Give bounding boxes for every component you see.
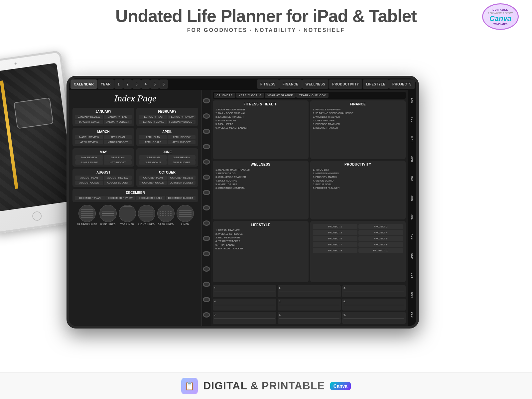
feb-plan[interactable]: FEBRUARY PLAN (139, 115, 167, 119)
proj-1[interactable]: PROJECT 1 (313, 224, 357, 229)
tab-3[interactable]: 3 (132, 79, 141, 89)
dec-goals[interactable]: DECEMBER GOALS (136, 196, 165, 200)
proj-8[interactable]: PROJECT 8 (358, 242, 403, 247)
main-title: Undated Life Planner for iPad & Tablet (0, 6, 532, 26)
sidebar-dec[interactable]: DEC (411, 312, 413, 318)
canva-badge[interactable]: EDITABLE Free Dream Friendly Canva TEMPL… (482, 3, 519, 30)
august-links: AUGUST PLAN AUGUST REVIEW AUGUST GOALS A… (75, 176, 132, 185)
sidebar-jan[interactable]: JAN (411, 98, 413, 103)
sidebar-oct[interactable]: OCT (411, 273, 413, 279)
tab-1[interactable]: 1 (114, 79, 123, 89)
jan-budget[interactable]: JANUARY BUDGET (104, 120, 132, 124)
aug-goals[interactable]: AUGUST GOALS (75, 181, 103, 185)
jun-plan2[interactable]: JUNE PLAN (139, 155, 167, 160)
proj-6[interactable]: PROJECT 6 (358, 236, 403, 241)
proj-10[interactable]: PROJECT 10 (358, 248, 403, 253)
sidebar-sep[interactable]: SEP (411, 253, 413, 259)
aug-review[interactable]: AUGUST REVIEW (104, 176, 132, 180)
light-lines (138, 205, 155, 222)
ll1 (140, 210, 153, 211)
subnav-yearly-goals[interactable]: YEARLY GOALS (236, 93, 264, 98)
apr-goals[interactable]: APRIL GOALS (139, 140, 167, 144)
tab-2[interactable]: 2 (123, 79, 132, 89)
jun-plan[interactable]: JUNE PLAN (104, 155, 132, 160)
mar-review[interactable]: MARCH REVIEW (75, 135, 103, 139)
sidebar-aug[interactable]: AUG (411, 234, 413, 240)
sp3 (203, 129, 210, 134)
tab-fitness[interactable]: FITNESS (257, 79, 279, 89)
proj-2[interactable]: PROJECT 2 (358, 224, 403, 229)
proj-4[interactable]: PROJECT 4 (358, 230, 403, 235)
sp2 (203, 113, 210, 119)
oct-goals[interactable]: OCTOBER GOALS (139, 181, 167, 185)
apr-plan[interactable]: APRIL PLAN (104, 135, 132, 139)
pro-5: 5. FOCUS GOAL (313, 183, 403, 186)
oct-plan[interactable]: OCTOBER PLAN (139, 176, 167, 180)
sp14 (203, 297, 210, 302)
tab-wellness[interactable]: WELLNESS (302, 79, 329, 89)
may-review[interactable]: MAY REVIEW (75, 155, 103, 160)
mar-budget[interactable]: MARCH BUDGET (104, 140, 132, 144)
home-button[interactable] (32, 211, 42, 221)
sidebar-feb[interactable]: FEB (411, 117, 413, 123)
tab-projects[interactable]: PROJECTS (389, 79, 415, 89)
proj-5[interactable]: PROJECT 5 (313, 236, 357, 241)
fin-6: 6. INCOME TRACKER (313, 126, 403, 130)
sidebar-jun[interactable]: JUN (411, 196, 413, 201)
paper-top-lined: TOP LINED (119, 205, 136, 225)
top-lines (119, 205, 136, 222)
subnav-year-at-glance[interactable]: YEAR AT GLANCE (265, 93, 296, 98)
jun-review[interactable]: JUNE REVIEW (75, 160, 103, 165)
tab-year[interactable]: YEAR (97, 79, 114, 89)
may-budget[interactable]: MAY BUDGET (104, 160, 132, 165)
tab-4[interactable]: 4 (141, 79, 150, 89)
sidebar-jul[interactable]: JUL (411, 214, 413, 220)
feb-goals[interactable]: FEBRUARY GOALS (139, 120, 167, 124)
footer: 📋 DIGITAL & PRINTABLE Canva (0, 372, 532, 399)
aug-plan[interactable]: AUGUST PLAN (75, 176, 103, 180)
narrow-lines (79, 205, 95, 222)
tab-calendar[interactable]: CALENDAR (70, 79, 97, 89)
oct-review[interactable]: OCTOBER REVIEW (168, 176, 196, 180)
fitness-health-panel: FITNESS & HEALTH 1. BODY MEASUREMENT 2. … (213, 100, 309, 159)
subnav-yearly-outlook[interactable]: YEARLY OUTLOOK (296, 93, 329, 98)
fh-3: 3. EXERCISE TRACKER (215, 115, 306, 119)
tab-lifestyle[interactable]: LIFESTYLE (363, 79, 389, 89)
productivity-title: PRODUCTIVITY (313, 163, 403, 166)
dec-plan[interactable]: DECEMBER PLAN (75, 196, 105, 200)
jun-review2[interactable]: JUNE REVIEW (168, 155, 196, 160)
proj-7[interactable]: PROJECT 7 (313, 242, 357, 247)
jan-plan[interactable]: JANUARY PLAN (104, 115, 132, 119)
apr-budget[interactable]: APRIL BUDGET (168, 140, 196, 144)
note-line-1 (214, 292, 275, 292)
jan-review[interactable]: JANUARY REVIEW (75, 115, 103, 119)
fin-4: 4. DEBT TRACKER (313, 119, 403, 122)
apr-plan2[interactable]: APRIL PLAN (139, 135, 167, 139)
tab-5[interactable]: 5 (150, 79, 159, 89)
feb-budget[interactable]: FEBRUARY BUDGET (168, 120, 196, 124)
subnav-calendar[interactable]: CALENDAR (214, 93, 235, 98)
lnd3 (179, 214, 192, 215)
sidebar-apr[interactable]: APR (411, 156, 413, 162)
jun-goals[interactable]: JUNE GOALS (139, 160, 167, 165)
jan-goals[interactable]: JANUARY GOALS (75, 120, 103, 124)
oct-budget[interactable]: OCTOBER BUDGET (168, 181, 196, 185)
sp8 (203, 205, 210, 210)
dec-review[interactable]: DECEMBER REVIEW (105, 196, 135, 200)
tab-6[interactable]: 6 (159, 79, 168, 89)
proj-9[interactable]: PROJECT 9 (313, 248, 357, 253)
jun-budget[interactable]: JUNE BUDGET (168, 160, 196, 165)
feb-review[interactable]: FEBRUARY REVIEW (168, 115, 196, 119)
tab-productivity[interactable]: PRODUCTIVITY (329, 79, 362, 89)
aug-budget[interactable]: AUGUST BUDGET (104, 181, 132, 185)
paper-wide-lined: WIDE LINED (99, 205, 117, 225)
tab-finance[interactable]: FINANCE (279, 79, 302, 89)
apr-review[interactable]: APRIL REVIEW (75, 140, 103, 144)
productivity-panel: PRODUCTIVITY 1. TO DO LIST 2. MEETING MI… (310, 161, 406, 219)
sidebar-mar[interactable]: MAR (411, 136, 413, 143)
proj-3[interactable]: PROJECT 3 (313, 230, 357, 235)
apr-review2[interactable]: APRIL REVIEW (168, 135, 196, 139)
sidebar-nov[interactable]: NOV (411, 292, 413, 298)
dec-budget[interactable]: DECEMBER BUDGET (166, 196, 196, 200)
sidebar-may[interactable]: MAY (411, 176, 413, 182)
